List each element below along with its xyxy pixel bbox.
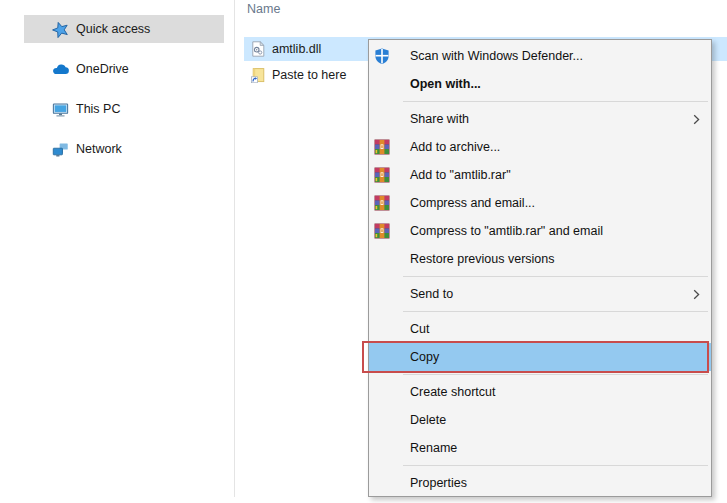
pane-divider (234, 0, 235, 497)
submenu-arrow (693, 114, 700, 128)
menu-item-restore-previous-versions[interactable]: Restore previous versions (369, 245, 711, 273)
windows-defender-icon (374, 48, 390, 64)
menu-item-add-to-archive[interactable]: Add to archive... (369, 133, 711, 161)
menu-separator (403, 465, 708, 466)
navigation-pane: Quick access OneDrive This PC Network (0, 0, 234, 503)
winrar-icon (374, 223, 390, 239)
this-pc-monitor-icon (52, 101, 69, 118)
menu-item-label: Create shortcut (410, 385, 495, 399)
sidebar-item-label: Network (76, 142, 122, 156)
menu-item-label: Cut (410, 322, 429, 336)
menu-separator (403, 276, 708, 277)
menu-separator (403, 101, 708, 102)
menu-item-rename[interactable]: Rename (369, 434, 711, 462)
sidebar-item-this-pc[interactable]: This PC (24, 95, 224, 123)
menu-item-label: Delete (410, 413, 446, 427)
menu-item-label: Rename (410, 441, 457, 455)
menu-item-delete[interactable]: Delete (369, 406, 711, 434)
menu-item-label: Share with (410, 112, 469, 126)
sidebar-item-label: Quick access (76, 22, 150, 36)
file-row[interactable]: Paste to here (244, 63, 374, 87)
menu-item-create-shortcut[interactable]: Create shortcut (369, 378, 711, 406)
menu-item-label: Compress and email... (410, 196, 535, 210)
menu-separator (403, 311, 708, 312)
sidebar-item-label: This PC (76, 102, 120, 116)
menu-item-label: Add to archive... (410, 140, 500, 154)
menu-item-compress-and-email[interactable]: Compress and email... (369, 189, 711, 217)
sidebar-item-network[interactable]: Network (24, 135, 224, 163)
winrar-icon (374, 139, 390, 155)
quick-access-star-icon (52, 21, 69, 38)
menu-item-compress-to-amtlib-rar-and-email[interactable]: Compress to "amtlib.rar" and email (369, 217, 711, 245)
file-name-label: Paste to here (272, 68, 346, 82)
menu-item-copy[interactable]: Copy (369, 343, 711, 371)
menu-item-scan-with-windows-defender[interactable]: Scan with Windows Defender... (369, 42, 711, 70)
menu-item-label: Add to "amtlib.rar" (410, 168, 511, 182)
network-icon (52, 141, 69, 158)
column-header-name[interactable]: Name (247, 2, 280, 16)
submenu-chevron-icon (693, 289, 700, 300)
winrar-icon (374, 167, 390, 183)
menu-item-cut[interactable]: Cut (369, 315, 711, 343)
winrar-icon (374, 195, 390, 211)
sidebar-item-label: OneDrive (76, 62, 129, 76)
menu-item-label: Restore previous versions (410, 252, 555, 266)
menu-item-share-with[interactable]: Share with (369, 105, 711, 133)
submenu-arrow (693, 289, 700, 303)
context-menu: Scan with Windows Defender... Open with.… (368, 39, 712, 497)
submenu-chevron-icon (693, 114, 700, 125)
menu-item-label: Scan with Windows Defender... (410, 49, 583, 63)
onedrive-cloud-icon (52, 61, 69, 78)
dll-file-icon (250, 41, 266, 57)
menu-item-label: Send to (410, 287, 453, 301)
menu-separator (403, 374, 708, 375)
menu-item-add-to-amtlib-rar[interactable]: Add to "amtlib.rar" (369, 161, 711, 189)
shortcut-file-icon (250, 67, 266, 83)
sidebar-item-quick-access[interactable]: Quick access (24, 15, 224, 43)
menu-item-properties[interactable]: Properties (369, 469, 711, 497)
menu-item-send-to[interactable]: Send to (369, 280, 711, 308)
file-name-label: amtlib.dll (272, 42, 321, 56)
menu-item-label: Compress to "amtlib.rar" and email (410, 224, 603, 238)
menu-item-label: Copy (410, 350, 439, 364)
menu-item-label: Open with... (410, 77, 481, 91)
menu-item-open-with[interactable]: Open with... (369, 70, 711, 98)
menu-item-label: Properties (410, 476, 467, 490)
sidebar-item-onedrive[interactable]: OneDrive (24, 55, 224, 83)
